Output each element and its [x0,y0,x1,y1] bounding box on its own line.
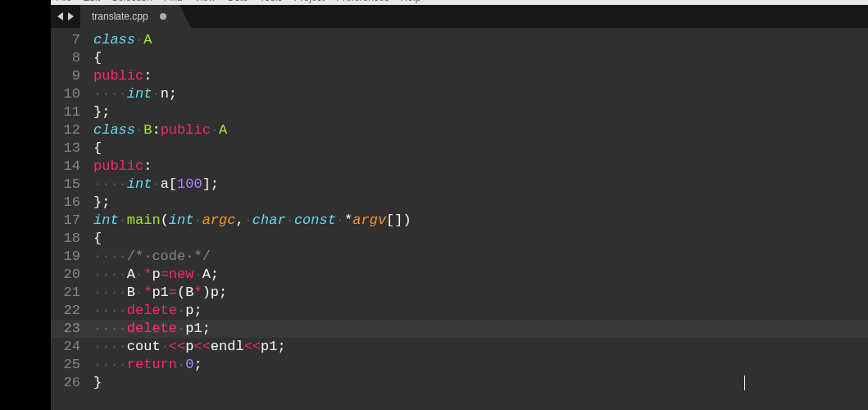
token: p1; [261,339,286,354]
token: · [135,285,143,300]
menu-tools[interactable]: Tools [260,0,283,3]
line-number: 16 [51,194,89,212]
token: }; [93,104,110,120]
menu-find[interactable]: Find [163,0,182,3]
token: /*·code·*/ [127,248,211,264]
token: · [152,86,160,102]
nav-back-icon[interactable] [57,12,64,20]
token: · [135,266,143,282]
line-number: 9 [51,67,89,85]
token: (B [177,285,193,300]
token: cout [127,339,161,354]
code-area[interactable]: class·A{public:····int·n;};class·B:publi… [89,28,868,410]
token: · [152,176,160,192]
token: << [244,339,261,354]
line-number: 22 [51,302,89,320]
code-line[interactable]: ····return·0; [89,356,868,374]
token: · [135,32,143,48]
token: ]; [202,176,219,192]
token: argc [202,212,236,228]
code-line[interactable]: }; [89,194,868,212]
line-number: 7 [51,31,89,49]
code-line[interactable]: { [89,49,868,67]
token: p1; [185,321,211,336]
token: { [93,230,102,246]
menu-edit[interactable]: Edit [83,0,100,3]
code-line[interactable]: ····cout·<<p<<endl<<p1; [89,338,868,356]
token: p [152,266,160,282]
token: B [127,285,135,300]
menu-file[interactable]: File [56,0,71,3]
token: B [143,122,152,138]
token: ···· [93,176,127,192]
token: class [93,122,135,138]
token: main [127,212,161,228]
token: p [185,339,193,354]
code-line[interactable]: ····B·*p1=(B*)p; [89,284,868,302]
code-line[interactable]: class·B:public·A [89,121,868,139]
svg-marker-1 [68,12,74,20]
code-line[interactable]: { [89,139,868,157]
line-number: 18 [51,230,89,248]
token: public [161,122,211,138]
token: · [211,122,219,138]
token: const [294,212,336,228]
nav-forward-icon[interactable] [67,12,74,20]
token: ; [193,357,202,372]
code-line[interactable]: } [89,374,868,392]
token: public [93,158,143,174]
token: A [143,32,152,48]
menu-help[interactable]: Help [401,0,421,3]
token: char [252,212,286,228]
token: }; [93,194,110,210]
line-number: 14 [51,157,89,175]
code-line[interactable]: ····/*·code·*/ [89,248,868,266]
code-line[interactable]: ····A·*p=new·A; [89,266,868,284]
menu-preferences[interactable]: Preferences [336,0,389,3]
token: << [193,339,210,354]
tab-history-nav [51,5,80,28]
line-number: 8 [51,49,89,67]
menu-goto[interactable]: Goto [227,0,248,3]
code-editor[interactable]: 7891011121314151617181920212223242526 cl… [51,28,868,410]
token: · [135,122,143,138]
token: { [93,140,102,156]
code-line[interactable]: public: [89,157,868,175]
code-line[interactable]: ····delete·p; [89,302,868,320]
token: []) [386,212,411,228]
code-line[interactable]: int·main(int·argc,·char·const·*argv[]) [89,212,868,230]
token: ···· [93,357,127,372]
code-line[interactable]: public: [89,67,868,85]
token: = [161,266,169,282]
code-line[interactable]: class·A [89,31,868,49]
tab-translate-cpp[interactable]: translate.cpp [80,5,180,28]
menu-project[interactable]: Project [294,0,325,3]
code-line[interactable]: }; [89,103,868,121]
token: delete [127,303,177,318]
menu-selection[interactable]: Selection [111,0,152,3]
code-line[interactable]: { [89,230,868,248]
token: return [127,357,177,372]
code-line[interactable]: ····int·n; [89,85,868,103]
token: · [177,321,185,336]
token: int [127,176,152,192]
line-number: 24 [51,338,89,356]
line-number: 10 [51,85,89,103]
token: ···· [93,303,127,318]
code-line[interactable]: ····delete·p1; [89,320,868,338]
token: new [169,266,194,282]
token: = [169,285,177,300]
token: * [344,212,352,228]
token: ···· [93,321,127,336]
token: endl [211,339,244,354]
token: int [169,212,194,228]
token: } [93,375,102,390]
token: int [127,86,152,102]
line-number: 23 [51,320,89,338]
menu-view[interactable]: View [194,0,216,3]
dirty-indicator-icon [160,13,166,20]
token: ( [161,212,169,228]
token: int [93,212,119,228]
editor-window: File Edit Selection Find View Goto Tools… [51,0,868,410]
code-line[interactable]: ····int·a[100]; [89,175,868,194]
